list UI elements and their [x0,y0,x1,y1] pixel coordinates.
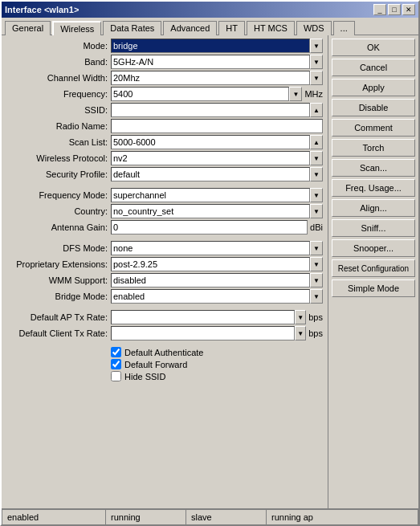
scan-list-scroll-btn[interactable]: ▲ [310,135,323,149]
mode-value[interactable]: bridge [111,39,310,53]
radio-name-row: Radio Name: [6,119,323,133]
align-button[interactable]: Align... [332,199,415,217]
status-pane-4: running ap [267,509,418,524]
wireless-protocol-value[interactable]: nv2 [111,151,310,165]
tab-ht[interactable]: HT [218,21,245,35]
dfs-mode-dropdown-btn[interactable]: ▼ [310,241,323,255]
default-ap-tx-rate-dropdown-btn[interactable]: ▼ [295,310,306,324]
tab-advanced[interactable]: Advanced [163,21,217,35]
minimize-button[interactable]: _ [373,4,386,15]
frequency-unit: MHz [302,89,323,99]
scan-button[interactable]: Scan... [332,159,415,177]
tab-data-rates[interactable]: Data Rates [103,21,161,35]
band-dropdown-btn[interactable]: ▼ [310,55,323,69]
scan-list-select-wrapper: 5000-6000 ▲ [111,135,323,149]
ssid-input[interactable] [111,103,310,117]
simple-mode-button[interactable]: Simple Mode [332,279,415,297]
country-value[interactable]: no_country_set [111,204,310,218]
proprietary-ext-select-wrapper: post-2.9.25 ▼ [111,257,323,271]
mode-select-wrapper: bridge ▼ [111,39,323,53]
maximize-button[interactable]: □ [388,4,401,15]
default-ap-tx-rate-row: Default AP Tx Rate: ▼ bps [6,310,323,324]
default-client-tx-rate-input[interactable] [111,326,295,340]
tab-wds[interactable]: WDS [296,21,332,35]
comment-button[interactable]: Comment [332,119,415,137]
default-client-tx-rate-row: Default Client Tx Rate: ▼ bps [6,326,323,340]
security-profile-value[interactable]: default [111,167,310,181]
close-button[interactable]: ✕ [402,4,415,15]
reset-config-button[interactable]: Reset Configuration [332,259,415,277]
proprietary-ext-label: Proprietary Extensions: [6,259,111,269]
tab-more[interactable]: ... [333,21,355,35]
proprietary-ext-value[interactable]: post-2.9.25 [111,257,310,271]
frequency-dropdown-btn[interactable]: ▼ [289,87,302,101]
main-content: Mode: bridge ▼ Band: 5GHz-A/N ▼ Channel … [2,35,418,508]
disable-button[interactable]: Disable [332,99,415,116]
antenna-gain-row: Antenna Gain: dBi [6,220,323,234]
dfs-mode-value[interactable]: none [111,241,310,255]
mode-label: Mode: [6,41,111,51]
default-authenticate-checkbox[interactable] [111,347,121,357]
proprietary-ext-row: Proprietary Extensions: post-2.9.25 ▼ [6,257,323,271]
channel-width-dropdown-btn[interactable]: ▼ [310,71,323,85]
wmm-support-row: WMM Support: disabled ▼ [6,273,323,287]
default-client-tx-rate-label: Default Client Tx Rate: [6,328,111,338]
radio-name-label: Radio Name: [6,121,111,131]
channel-width-value[interactable]: 20Mhz [111,71,310,85]
default-forward-label: Default Forward [124,360,187,369]
snooper-button[interactable]: Snooper... [332,239,415,257]
title-bar: Interface <wlan1> _ □ ✕ [2,2,418,18]
dfs-mode-label: DFS Mode: [6,243,111,253]
hide-ssid-checkbox[interactable] [111,371,121,381]
torch-button[interactable]: Torch [332,139,415,157]
tab-general[interactable]: General [5,21,51,35]
band-value[interactable]: 5GHz-A/N [111,55,310,69]
frequency-mode-label: Frequency Mode: [6,190,111,200]
frequency-value[interactable]: 5400 [111,87,289,101]
ssid-label: SSID: [6,105,111,115]
frequency-mode-dropdown-btn[interactable]: ▼ [310,188,323,202]
wireless-protocol-dropdown-btn[interactable]: ▼ [310,151,323,165]
wireless-protocol-label: Wireless Protocol: [6,153,111,163]
tab-wireless[interactable]: Wireless [52,21,101,35]
dfs-mode-select-wrapper: none ▼ [111,241,323,255]
window-title: Interface <wlan1> [5,5,79,14]
channel-width-label: Channel Width: [6,73,111,83]
antenna-gain-input[interactable] [111,220,308,234]
main-window: Interface <wlan1> _ □ ✕ General Wireless… [0,0,420,526]
country-dropdown-btn[interactable]: ▼ [310,204,323,218]
bridge-mode-select-wrapper: enabled ▼ [111,289,323,304]
country-select-wrapper: no_country_set ▼ [111,204,323,218]
security-profile-dropdown-btn[interactable]: ▼ [310,167,323,181]
right-panel: OK Cancel Apply Disable Comment Torch Sc… [328,35,418,508]
bridge-mode-value[interactable]: enabled [111,289,310,304]
frequency-mode-row: Frequency Mode: superchannel ▼ [6,188,323,202]
frequency-mode-value[interactable]: superchannel [111,188,310,202]
mode-dropdown-btn[interactable]: ▼ [310,39,323,53]
band-label: Band: [6,57,111,67]
country-label: Country: [6,206,111,216]
status-bar: enabled running slave running ap [2,508,418,524]
default-ap-tx-rate-input[interactable] [111,310,295,324]
proprietary-ext-dropdown-btn[interactable]: ▼ [310,257,323,271]
antenna-gain-unit: dBi [308,222,323,232]
wmm-support-value[interactable]: disabled [111,273,310,287]
scan-list-value[interactable]: 5000-6000 [111,135,310,149]
tab-ht-mcs[interactable]: HT MCS [247,21,295,35]
default-client-tx-rate-dropdown-btn[interactable]: ▼ [295,326,306,340]
sniff-button[interactable]: Sniff... [332,219,415,237]
default-forward-checkbox[interactable] [111,359,121,369]
apply-button[interactable]: Apply [332,79,415,96]
cancel-button[interactable]: Cancel [332,59,415,76]
ok-button[interactable]: OK [332,39,415,56]
ssid-scroll-btn[interactable]: ▲ [310,103,323,117]
wireless-protocol-row: Wireless Protocol: nv2 ▼ [6,151,323,165]
hide-ssid-row: Hide SSID [111,371,323,381]
tab-bar: General Wireless Data Rates Advanced HT … [2,18,418,35]
freq-usage-button[interactable]: Freq. Usage... [332,179,415,197]
security-profile-label: Security Profile: [6,169,111,179]
radio-name-input[interactable] [111,119,323,133]
default-client-tx-rate-unit: bps [306,328,323,338]
bridge-mode-dropdown-btn[interactable]: ▼ [310,289,323,304]
wmm-support-dropdown-btn[interactable]: ▼ [310,273,323,287]
